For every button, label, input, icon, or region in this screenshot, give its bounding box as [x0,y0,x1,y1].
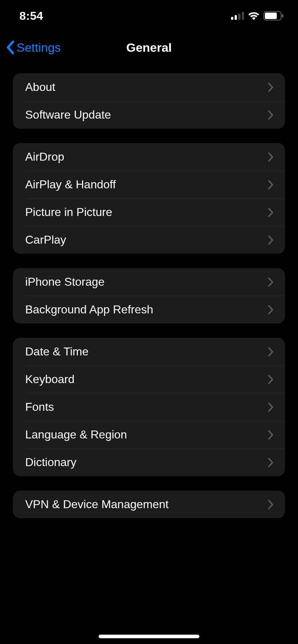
chevron-right-icon [268,500,274,510]
status-icons [231,11,284,20]
settings-row[interactable]: About [13,73,285,101]
chevron-right-icon [268,180,274,190]
row-label: Picture in Picture [25,206,112,219]
settings-group: VPN & Device Management [13,491,285,518]
chevron-right-icon [268,277,274,287]
settings-row[interactable]: Keyboard [13,365,285,393]
chevron-right-icon [268,152,274,162]
settings-row[interactable]: AirPlay & Handoff [13,171,285,198]
row-label: About [25,80,55,94]
chevron-right-icon [268,347,274,357]
row-label: Language & Region [25,428,127,441]
settings-row[interactable]: Language & Region [13,421,285,448]
status-bar: 8:54 [0,0,298,32]
settings-row[interactable]: Software Update [13,101,285,129]
settings-row[interactable]: Date & Time [13,338,285,365]
row-label: Software Update [25,108,111,121]
svg-rect-5 [265,13,277,19]
chevron-left-icon [6,40,15,55]
svg-rect-0 [231,17,233,20]
settings-content: AboutSoftware UpdateAirDropAirPlay & Han… [0,73,298,518]
svg-rect-6 [282,14,283,18]
back-label: Settings [17,41,61,55]
chevron-right-icon [268,82,274,92]
chevron-right-icon [268,457,274,468]
home-indicator[interactable] [99,635,199,638]
row-label: CarPlay [25,233,66,247]
chevron-right-icon [268,235,274,245]
back-button[interactable]: Settings [6,40,61,55]
settings-row[interactable]: Fonts [13,393,285,421]
settings-row[interactable]: VPN & Device Management [13,491,285,518]
row-label: VPN & Device Management [25,498,168,511]
settings-group: AirDropAirPlay & HandoffPicture in Pictu… [13,143,285,254]
chevron-right-icon [268,374,274,385]
status-time: 8:54 [19,9,43,23]
settings-row[interactable]: AirDrop [13,143,285,171]
svg-rect-1 [235,15,237,20]
row-label: Date & Time [25,345,89,358]
row-label: Dictionary [25,456,76,469]
settings-row[interactable]: Dictionary [13,448,285,476]
svg-rect-2 [238,14,240,20]
chevron-right-icon [268,430,274,440]
settings-row[interactable]: Background App Refresh [13,296,285,323]
page-title: General [126,41,172,55]
chevron-right-icon [268,207,274,217]
row-label: AirDrop [25,150,64,164]
chevron-right-icon [268,110,274,120]
row-label: iPhone Storage [25,275,105,289]
nav-bar: Settings General [0,32,298,63]
chevron-right-icon [268,402,274,412]
row-label: Background App Refresh [25,303,153,316]
row-label: Keyboard [25,373,74,386]
svg-rect-3 [242,12,244,20]
settings-row[interactable]: Picture in Picture [13,198,285,226]
settings-row[interactable]: CarPlay [13,226,285,254]
row-label: Fonts [25,400,54,414]
settings-group: iPhone StorageBackground App Refresh [13,268,285,323]
cellular-icon [231,12,244,20]
chevron-right-icon [268,305,274,315]
battery-icon [263,11,284,20]
settings-row[interactable]: iPhone Storage [13,268,285,296]
settings-group: AboutSoftware Update [13,73,285,129]
wifi-icon [248,12,260,20]
settings-group: Date & TimeKeyboardFontsLanguage & Regio… [13,338,285,476]
row-label: AirPlay & Handoff [25,178,116,191]
